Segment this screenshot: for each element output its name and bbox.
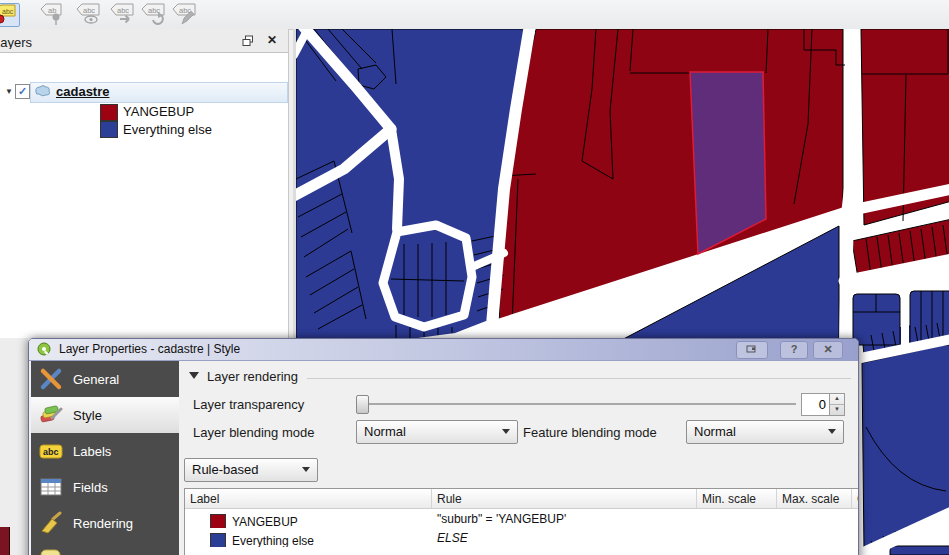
qgis-window: { "toolbar": { "tag_text_ab": "ab", "tag… (0, 0, 949, 555)
tab-partial[interactable] (31, 541, 179, 555)
tab-general[interactable]: General (31, 361, 179, 397)
tools-icon (39, 367, 63, 394)
chevron-down-icon (828, 429, 836, 434)
feature-blend-label: Feature blending mode (523, 425, 657, 440)
divider (307, 378, 851, 379)
tab-rendering[interactable]: Rendering (31, 505, 179, 541)
layer-name[interactable]: cadastre (56, 84, 109, 99)
restore-window-icon[interactable] (736, 341, 768, 359)
layers-panel-title: Layers (0, 33, 180, 49)
window-background (0, 338, 28, 555)
col-rule[interactable]: Rule (432, 489, 697, 508)
rule-swatch (210, 514, 226, 528)
layer-checkbox[interactable]: ✓ (15, 84, 30, 99)
legend-swatch-yangebup (100, 104, 118, 121)
col-max-scale[interactable]: Max. scale (777, 489, 852, 508)
change-label-icon[interactable]: abc (172, 3, 198, 25)
col-label[interactable]: Label (185, 489, 432, 508)
spin-down-icon[interactable]: ▼ (830, 405, 844, 415)
legend-label: YANGEBUP (123, 104, 194, 119)
paintbrush-icon (39, 403, 63, 430)
chevron-down-icon (502, 429, 510, 434)
expander-icon[interactable]: ▼ (5, 87, 13, 96)
transparency-label: Layer transparency (193, 397, 304, 412)
properties-sidebar: General Style abc Labels (31, 361, 179, 555)
layers-panel-titlebar: Layers ✕ (0, 29, 288, 53)
renderer-type-combo[interactable]: Rule-based (184, 458, 318, 482)
layer-blend-label: Layer blending mode (193, 425, 314, 440)
feature-blend-combo[interactable]: Normal (686, 420, 844, 444)
legend-swatch-else (100, 121, 118, 138)
table-icon (39, 475, 63, 502)
svg-text:abc: abc (43, 447, 59, 457)
rule-label: YANGEBUP (232, 512, 298, 528)
transparency-slider[interactable] (356, 394, 796, 414)
col-count[interactable]: Count (852, 489, 859, 508)
spin-up-icon[interactable]: ▲ (830, 394, 844, 405)
svg-text:abc: abc (2, 8, 14, 15)
svg-text:abc: abc (117, 6, 129, 15)
tab-labels[interactable]: abc Labels (31, 433, 179, 469)
background-map-fragment (0, 527, 10, 555)
rule-swatch (210, 533, 226, 547)
rule-min-scale (697, 528, 777, 547)
table-row[interactable]: YANGEBUP "suburb" = 'YANGEBUP' (185, 509, 858, 528)
slider-track[interactable] (356, 403, 796, 405)
label-toolbar: abc ab abc abc abc (0, 0, 949, 30)
speech-bubble-icon (39, 547, 63, 555)
abc-tag-icon: abc (39, 439, 63, 466)
legend-label: Everything else (123, 122, 212, 137)
layer-properties-dialog: Layer Properties - cadastre | Style ? ✕ … (28, 338, 859, 555)
dialog-title: Layer Properties - cadastre | Style (59, 342, 240, 356)
transparency-spinbox[interactable]: 0 ▲ ▼ (801, 393, 845, 416)
rule-label: Everything else (232, 531, 314, 547)
rule-min-scale (697, 509, 777, 528)
tab-style[interactable]: Style (31, 397, 179, 433)
rule-max-scale (777, 509, 852, 528)
broom-icon (39, 511, 63, 538)
rule-max-scale (777, 528, 852, 547)
qgis-logo-icon (37, 342, 51, 360)
show-hide-labels-icon[interactable]: abc (76, 3, 102, 25)
float-panel-icon[interactable] (240, 33, 256, 48)
rotate-label-icon[interactable]: abc (141, 3, 167, 25)
dialog-titlebar[interactable]: Layer Properties - cadastre | Style ? ✕ (29, 339, 858, 361)
chevron-down-icon (302, 467, 310, 472)
section-title: Layer rendering (207, 369, 298, 384)
collapse-triangle-icon[interactable] (189, 372, 199, 379)
pin-unpin-labels-icon[interactable]: ab (40, 3, 66, 25)
rules-table: Label Rule Min. scale Max. scale Count Y… (184, 488, 859, 555)
labeling-icon[interactable]: abc (0, 3, 20, 27)
spinbox-value: 0 (802, 397, 826, 412)
rule-expression: ELSE (432, 528, 697, 547)
rules-table-header: Label Rule Min. scale Max. scale Count (185, 489, 858, 509)
table-row[interactable]: Everything else ELSE (185, 528, 858, 547)
rule-expression: "suburb" = 'YANGEBUP' (432, 509, 697, 528)
slider-handle[interactable] (356, 395, 369, 414)
layer-blend-combo[interactable]: Normal (356, 420, 518, 444)
close-panel-icon[interactable]: ✕ (264, 33, 280, 48)
layer-group-icon (33, 83, 53, 103)
help-button[interactable]: ? (780, 341, 808, 359)
svg-text:abc: abc (83, 6, 95, 15)
tab-fields[interactable]: Fields (31, 469, 179, 505)
move-label-icon[interactable]: abc (110, 3, 136, 25)
col-min-scale[interactable]: Min. scale (697, 489, 777, 508)
close-dialog-button[interactable]: ✕ (813, 341, 843, 359)
